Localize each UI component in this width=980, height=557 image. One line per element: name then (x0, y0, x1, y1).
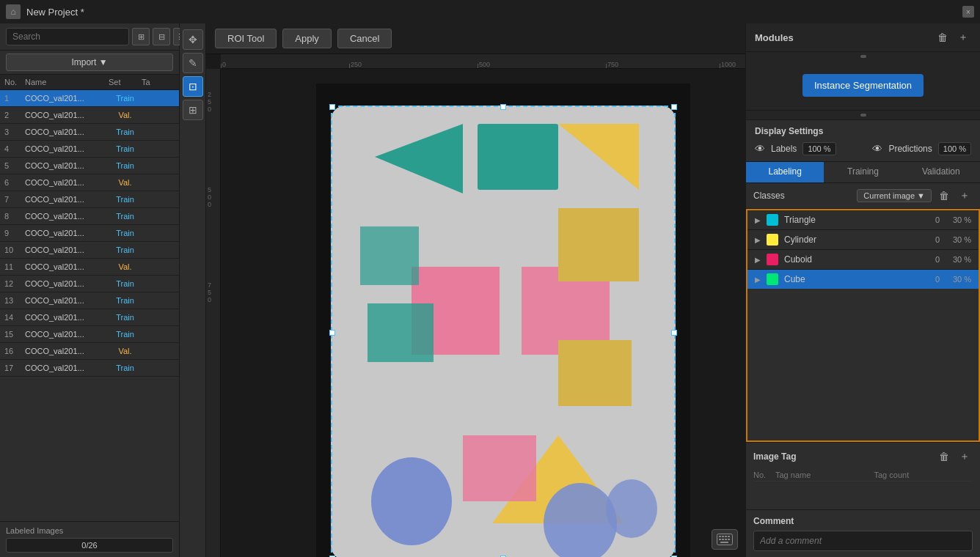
cell-no: 11 (4, 262, 25, 271)
table-row[interactable]: 9 COCO_val201... Train (0, 225, 179, 242)
scroll-dot (860, 55, 866, 58)
cell-name: COCO_val201... (25, 212, 109, 221)
class-expand-icon[interactable]: ▶ (755, 216, 761, 224)
col-tag: Ta (142, 78, 175, 86)
class-row[interactable]: ▶ Cube 0 30 % (747, 270, 979, 289)
svg-rect-24 (728, 539, 730, 540)
svg-rect-23 (725, 539, 727, 540)
tab-labeling[interactable]: Labeling (746, 162, 824, 182)
keyboard-icon[interactable] (712, 529, 738, 550)
table-row[interactable]: 16 COCO_val201... Val. (0, 343, 179, 360)
table-row[interactable]: 7 COCO_val201... Train (0, 191, 179, 208)
svg-rect-8 (368, 303, 434, 362)
classes-add-icon[interactable]: ＋ (957, 188, 973, 204)
set-badge: Train (109, 245, 142, 255)
set-badge: Train (109, 161, 142, 171)
class-expand-icon[interactable]: ▶ (755, 276, 761, 284)
apply-button[interactable]: Apply (282, 29, 332, 48)
classes-title: Classes (753, 191, 785, 201)
roi-tool-button[interactable]: ROI Tool (215, 29, 277, 48)
cell-no: 10 (4, 246, 25, 254)
ruler-tick-0: 0 (221, 61, 226, 68)
cell-name: COCO_val201... (25, 128, 109, 136)
table-row[interactable]: 4 COCO_val201... Train (0, 141, 179, 158)
close-button[interactable]: × (962, 6, 974, 18)
table-row[interactable]: 15 COCO_val201... Train (0, 326, 179, 343)
table-row[interactable]: 10 COCO_val201... Train (0, 242, 179, 259)
filter-icon[interactable]: ⊟ (153, 28, 170, 45)
set-badge: Val. (109, 262, 142, 272)
class-name-label: Cuboid (784, 254, 919, 265)
grid-tool-btn[interactable]: ⊞ (183, 100, 203, 120)
class-row[interactable]: ▶ Cylinder 0 30 % (747, 230, 979, 250)
svg-rect-7 (558, 340, 632, 406)
table-row[interactable]: 17 COCO_val201... Train (0, 360, 179, 377)
class-count: 0 (925, 215, 940, 224)
class-row[interactable]: ▶ Triangle 0 30 % (747, 210, 979, 230)
table-row[interactable]: 13 COCO_val201... Train (0, 292, 179, 309)
table-row[interactable]: 12 COCO_val201... Train (0, 276, 179, 292)
canvas-content[interactable] (221, 69, 745, 557)
ruler-tick-250: 250 (349, 61, 362, 68)
cancel-button[interactable]: Cancel (337, 29, 392, 48)
cell-name: COCO_val201... (25, 313, 109, 322)
modules-add-icon[interactable]: ＋ (955, 29, 971, 45)
right-panel: Modules 🗑 ＋ Instance Segmentation Displa… (745, 23, 980, 557)
instance-seg-button[interactable]: Instance Segmentation (802, 74, 924, 97)
canvas-wrapper[interactable]: 0 250 500 750 1000 250 500 750 (206, 54, 745, 557)
cell-no: 16 (4, 347, 25, 355)
table-rows-container: 1 COCO_val201... Train 2 COCO_val201... … (0, 90, 179, 377)
table-row[interactable]: 14 COCO_val201... Train (0, 309, 179, 326)
image-tag-add-icon[interactable]: ＋ (957, 449, 973, 465)
cell-name: COCO_val201... (25, 144, 109, 153)
table-row[interactable]: 2 COCO_val201... Val. (0, 107, 179, 124)
titlebar: ⌂ New Project * × (0, 0, 980, 23)
cell-no: 3 (4, 128, 25, 136)
class-count: 0 (925, 275, 940, 284)
predictions-eye-icon[interactable]: 👁 (872, 143, 882, 155)
table-row[interactable]: 5 COCO_val201... Train (0, 158, 179, 174)
cell-no: 14 (4, 313, 25, 322)
modules-delete-icon[interactable]: 🗑 (935, 29, 951, 45)
image-tag-controls: 🗑 ＋ (936, 449, 973, 465)
tag-col-name: Tag name (775, 471, 874, 479)
annotate-tool-btn[interactable]: ✎ (183, 53, 203, 73)
table-row[interactable]: 3 COCO_val201... Train (0, 124, 179, 141)
cell-name: COCO_val201... (25, 111, 109, 119)
classes-header: Classes Current image ▼ 🗑 ＋ (746, 183, 980, 209)
comment-input[interactable] (753, 531, 973, 551)
class-count: 0 (925, 255, 940, 264)
class-row[interactable]: ▶ Cuboid 0 30 % (747, 250, 979, 270)
pointer-tool-btn[interactable]: ✥ (183, 29, 203, 50)
table-row[interactable]: 8 COCO_val201... Train (0, 208, 179, 225)
cell-name: COCO_val201... (25, 364, 109, 372)
image-filter-icon[interactable]: ⊞ (132, 28, 150, 45)
search-input[interactable] (6, 28, 129, 45)
ruler-tick-500: 500 (478, 61, 490, 68)
roi-tool-btn[interactable]: ⊡ (183, 76, 203, 97)
ruler-left-inner: 250 500 750 (206, 69, 220, 557)
svg-rect-14 (558, 208, 639, 281)
tab-training[interactable]: Training (824, 162, 902, 182)
labels-eye-icon[interactable]: 👁 (755, 143, 765, 155)
main-layout: ⊞ ⊟ ☰ ⇄ Import ▼ No. Name Set Ta 1 COCO_… (0, 23, 980, 557)
cell-name: COCO_val201... (25, 195, 109, 204)
table-row[interactable]: 6 COCO_val201... Val. (0, 174, 179, 191)
labeled-count: 0/26 (6, 538, 173, 553)
cell-no: 17 (4, 364, 25, 372)
class-expand-icon[interactable]: ▶ (755, 256, 761, 264)
set-badge: Train (109, 93, 142, 103)
class-pct: 30 % (946, 235, 971, 244)
import-button[interactable]: Import ▼ (6, 54, 173, 71)
image-tag-delete-icon[interactable]: 🗑 (936, 449, 952, 465)
table-row[interactable]: 1 COCO_val201... Train (0, 90, 179, 107)
cell-no: 8 (4, 212, 25, 221)
class-expand-icon[interactable]: ▶ (755, 236, 761, 244)
set-badge: Train (109, 127, 142, 137)
classes-delete-icon[interactable]: 🗑 (936, 188, 952, 204)
set-badge: Train (109, 312, 142, 322)
table-row[interactable]: 11 COCO_val201... Val. (0, 259, 179, 276)
current-image-dropdown[interactable]: Current image ▼ (857, 189, 932, 202)
image-tag-header: Image Tag 🗑 ＋ (753, 449, 973, 465)
tab-validation[interactable]: Validation (902, 162, 980, 182)
